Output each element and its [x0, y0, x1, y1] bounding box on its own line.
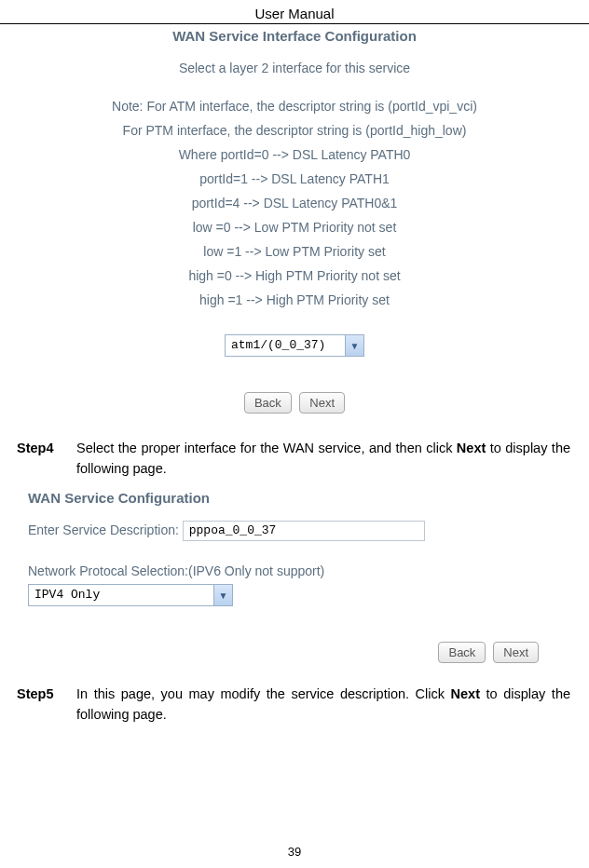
step4-text-pre: Select the proper interface for the WAN …: [76, 441, 457, 455]
step5: Step5 In this page, you may modify the s…: [0, 669, 589, 730]
next-button[interactable]: Next: [493, 642, 539, 663]
interface-select-value: atm1/(0_0_37): [225, 334, 364, 357]
step5-bold: Next: [451, 686, 480, 701]
note-line: portId=4 --> DSL Latency PATH0&1: [36, 191, 554, 215]
protocol-label: Network Protocal Selection:(IPV6 Only no…: [28, 563, 559, 578]
step4-text: Select the proper interface for the WAN …: [76, 438, 570, 479]
back-button[interactable]: Back: [438, 642, 486, 663]
fig2-buttons: Back Next: [28, 616, 559, 669]
chevron-down-icon: ▼: [345, 335, 363, 356]
note-line: portId=1 --> DSL Latency PATH1: [36, 167, 554, 191]
chevron-down-icon: ▼: [213, 585, 232, 605]
step4: Step4 Select the proper interface for th…: [0, 423, 589, 484]
back-button[interactable]: Back: [244, 392, 292, 414]
service-description-input[interactable]: pppoa_0_0_37: [183, 521, 425, 541]
figure-wan-interface-config: WAN Service Interface Configuration Sele…: [36, 28, 554, 414]
figure-wan-service-config: WAN Service Configuration Enter Service …: [28, 490, 559, 669]
step4-label: Step4: [17, 438, 73, 458]
next-button[interactable]: Next: [299, 392, 345, 414]
service-description-label: Enter Service Description:: [28, 522, 179, 537]
fig1-subtitle: Select a layer 2 interface for this serv…: [36, 61, 554, 75]
step5-label: Step5: [17, 684, 73, 704]
note-line: Note: For ATM interface, the descriptor …: [36, 94, 554, 118]
fig1-title: WAN Service Interface Configuration: [36, 28, 554, 44]
note-line: high =1 --> High PTM Priority set: [36, 288, 554, 312]
step5-text-pre: In this page, you may modify the service…: [76, 686, 451, 701]
service-description-row: Enter Service Description: pppoa_0_0_37: [28, 521, 559, 541]
note-line: Where portId=0 --> DSL Latency PATH0: [36, 142, 554, 167]
step5-text: In this page, you may modify the service…: [76, 684, 570, 725]
note-line: low =1 --> Low PTM Priority set: [36, 239, 554, 264]
protocol-select-value: IPV4 Only: [28, 584, 233, 606]
note-line: low =0 --> Low PTM Priority not set: [36, 215, 554, 239]
page-header: User Manual: [0, 0, 589, 24]
page-number: 39: [0, 845, 589, 859]
interface-select[interactable]: atm1/(0_0_37) ▼: [225, 334, 364, 357]
note-line: high =0 --> High PTM Priority not set: [36, 264, 554, 288]
note-line: For PTM interface, the descriptor string…: [36, 118, 554, 142]
fig1-buttons: Back Next: [36, 392, 554, 414]
step4-bold: Next: [457, 441, 486, 455]
fig2-title: WAN Service Configuration: [28, 490, 559, 506]
protocol-select[interactable]: IPV4 Only ▼: [28, 584, 233, 606]
